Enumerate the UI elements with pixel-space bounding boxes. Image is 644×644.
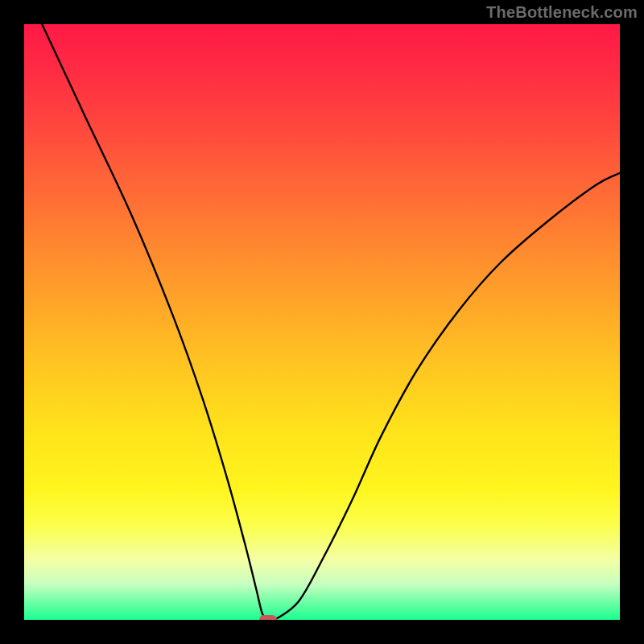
bottleneck-curve xyxy=(24,24,620,620)
plot-area xyxy=(24,24,620,620)
watermark-text: TheBottleneck.com xyxy=(486,3,638,22)
optimal-marker xyxy=(259,615,277,620)
chart-frame: TheBottleneck.com xyxy=(0,0,644,644)
